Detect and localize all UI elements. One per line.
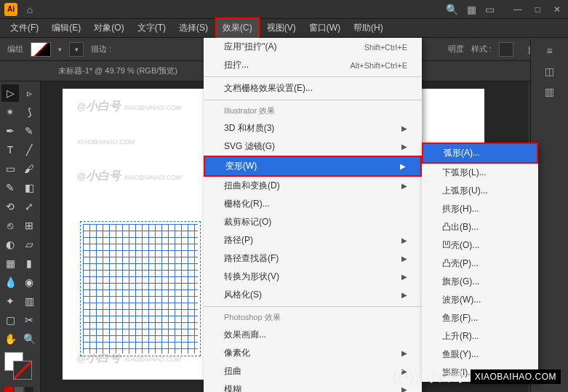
scale-tool[interactable]: ⤢ <box>20 198 38 215</box>
menu-help[interactable]: 帮助(H) <box>348 19 389 37</box>
submenu-arrow-icon: ▶ <box>401 236 407 244</box>
branding-en: XIAOBAIHAO.COM <box>471 369 561 384</box>
direct-selection-tool[interactable]: ▹ <box>20 84 38 102</box>
dropdown-icon[interactable]: ▾ <box>58 46 62 53</box>
menu-separator <box>204 306 422 307</box>
menu-effect[interactable]: 效果(C) <box>215 17 260 39</box>
menu-effect-gallery[interactable]: 效果画廊... <box>204 326 422 344</box>
menu-separator <box>204 100 422 100</box>
eraser-tool[interactable]: ◧ <box>20 179 38 196</box>
menu-object[interactable]: 对象(O) <box>88 19 129 37</box>
menubar: 文件(F) 编辑(E) 对象(O) 文字(T) 选择(S) 效果(C) 视图(V… <box>0 19 568 38</box>
menu-path[interactable]: 路径(P)▶ <box>204 231 422 249</box>
blend-tool[interactable]: ◉ <box>20 273 38 291</box>
menu-stylize[interactable]: 风格化(S)▶ <box>204 286 422 304</box>
menu-pixelate[interactable]: 像素化▶ <box>204 344 422 362</box>
close-icon[interactable]: ✕ <box>551 4 564 15</box>
style-swatch[interactable] <box>499 42 513 57</box>
selection-bounding-box <box>80 221 201 356</box>
eyedropper-tool[interactable]: 💧 <box>1 273 19 291</box>
menu-last-effect[interactable]: 扭拧...Alt+Shift+Ctrl+E <box>204 56 422 74</box>
libraries-panel-icon[interactable]: ▥ <box>543 84 557 99</box>
stroke-swatch[interactable]: ▾ <box>69 42 84 57</box>
fill-stroke-swatches[interactable] <box>1 352 39 381</box>
menu-crop-marks[interactable]: 裁剪标记(O) <box>204 213 422 231</box>
type-tool[interactable]: T <box>1 141 19 159</box>
submenu-fisheye[interactable]: 鱼眼(Y)... <box>422 345 538 364</box>
symbol-tool[interactable]: ✦ <box>1 292 19 310</box>
menu-convert-shape[interactable]: 转换为形状(V)▶ <box>204 268 422 286</box>
menu-file[interactable]: 文件(F) <box>4 19 44 37</box>
arrange-icon[interactable]: ▭ <box>485 4 495 15</box>
submenu-arrow-icon: ▶ <box>401 349 407 357</box>
menu-section-header: Illustrator 效果 <box>204 103 422 119</box>
submenu-arc-upper[interactable]: 上弧形(U)... <box>422 182 538 200</box>
menu-distort[interactable]: 扭曲和变换(D)▶ <box>204 177 422 195</box>
gradient-tool[interactable]: ▮ <box>20 255 38 272</box>
stroke-label: 描边 : <box>91 44 111 55</box>
menu-view[interactable]: 视图(V) <box>261 19 302 37</box>
menu-svg-filters[interactable]: SVG 滤镜(G)▶ <box>204 137 422 156</box>
submenu-wave[interactable]: 波形(W)... <box>422 291 538 309</box>
artboard-tool[interactable]: ▢ <box>1 311 19 329</box>
submenu-arch[interactable]: 拱形(H)... <box>422 200 538 218</box>
submenu-arc[interactable]: 弧形(A)... <box>422 143 538 164</box>
width-tool[interactable]: ⎋ <box>1 217 19 234</box>
menu-window[interactable]: 窗口(W) <box>303 19 346 37</box>
submenu-arrow-icon: ▶ <box>401 273 407 281</box>
titlebar: Ai ⌂ 🔍 ▦ ▭ — □ ✕ <box>0 0 568 19</box>
menu-apply-last[interactable]: 应用"扭拧"(A)Shift+Ctrl+E <box>204 38 422 56</box>
rectangle-tool[interactable]: ▭ <box>1 160 19 177</box>
submenu-fish[interactable]: 鱼形(F)... <box>422 309 538 327</box>
zoom-tool[interactable]: 🔍 <box>20 330 38 348</box>
menu-edit[interactable]: 编辑(E) <box>46 19 87 37</box>
graph-tool[interactable]: ▥ <box>20 292 38 310</box>
pen-tool[interactable]: ✒ <box>1 122 19 140</box>
slice-tool[interactable]: ✂ <box>20 311 38 329</box>
curvature-tool[interactable]: ✎ <box>20 122 38 140</box>
menu-pathfinder[interactable]: 路径查找器(F)▶ <box>204 249 422 268</box>
paintbrush-tool[interactable]: 🖌 <box>20 160 38 177</box>
submenu-flag[interactable]: 旗形(G)... <box>422 273 538 291</box>
mesh-tool[interactable]: ▦ <box>1 255 19 272</box>
shape-builder-tool[interactable]: ◐ <box>1 236 19 253</box>
menu-3d[interactable]: 3D 和材质(3)▶ <box>204 119 422 137</box>
menu-warp[interactable]: 变形(W)▶ <box>204 156 422 177</box>
fill-swatch[interactable] <box>31 42 51 57</box>
maximize-icon[interactable]: □ <box>532 4 543 15</box>
properties-panel-icon[interactable]: ≡ <box>543 44 557 58</box>
submenu-arc-lower[interactable]: 下弧形(L)... <box>422 164 538 182</box>
submenu-arrow-icon: ▶ <box>401 291 407 299</box>
gradient-chip[interactable] <box>15 387 23 392</box>
none-chip[interactable] <box>25 387 33 392</box>
menu-blur[interactable]: 模糊▶ <box>204 380 422 392</box>
menu-type[interactable]: 文字(T) <box>132 19 172 37</box>
submenu-rise[interactable]: 上升(R)... <box>422 327 538 345</box>
free-transform-tool[interactable]: ⊞ <box>20 217 38 234</box>
menu-rasterize[interactable]: 栅格化(R)... <box>204 195 422 213</box>
titlebar-right: 🔍 ▦ ▭ — □ ✕ <box>446 4 564 15</box>
color-chip[interactable] <box>4 387 13 392</box>
lasso-tool[interactable]: ⟆ <box>20 103 38 121</box>
line-tool[interactable]: ╱ <box>20 141 38 159</box>
search-icon[interactable]: 🔍 <box>446 4 458 15</box>
menu-raster-settings[interactable]: 文档栅格效果设置(E)... <box>204 79 422 97</box>
submenu-bulge[interactable]: 凸出(B)... <box>422 218 538 236</box>
shaper-tool[interactable]: ✎ <box>1 179 19 196</box>
menu-select[interactable]: 选择(S) <box>173 19 214 37</box>
submenu-shell-upper[interactable]: 凸壳(P)... <box>422 255 538 273</box>
home-icon[interactable]: ⌂ <box>23 3 36 16</box>
image-branding: ((•)) 小白号 XIAOBAIHAO.COM <box>393 367 561 386</box>
stroke-color[interactable] <box>13 361 32 380</box>
document-tab[interactable]: 未标题-1* @ 49.79 % (RGB/预览) <box>58 65 177 76</box>
workspace-icon[interactable]: ▦ <box>467 4 476 15</box>
minimize-icon[interactable]: — <box>511 4 525 15</box>
perspective-tool[interactable]: ▱ <box>20 236 38 253</box>
submenu-shell-lower[interactable]: 凹壳(O)... <box>422 236 538 255</box>
layers-panel-icon[interactable]: ◫ <box>543 64 557 79</box>
rotate-tool[interactable]: ⟲ <box>1 198 19 215</box>
hand-tool[interactable]: ✋ <box>1 330 19 348</box>
selection-tool[interactable]: ▷ <box>1 84 19 102</box>
menu-distort-ps[interactable]: 扭曲▶ <box>204 362 422 380</box>
magic-wand-tool[interactable]: ✴ <box>1 103 19 121</box>
